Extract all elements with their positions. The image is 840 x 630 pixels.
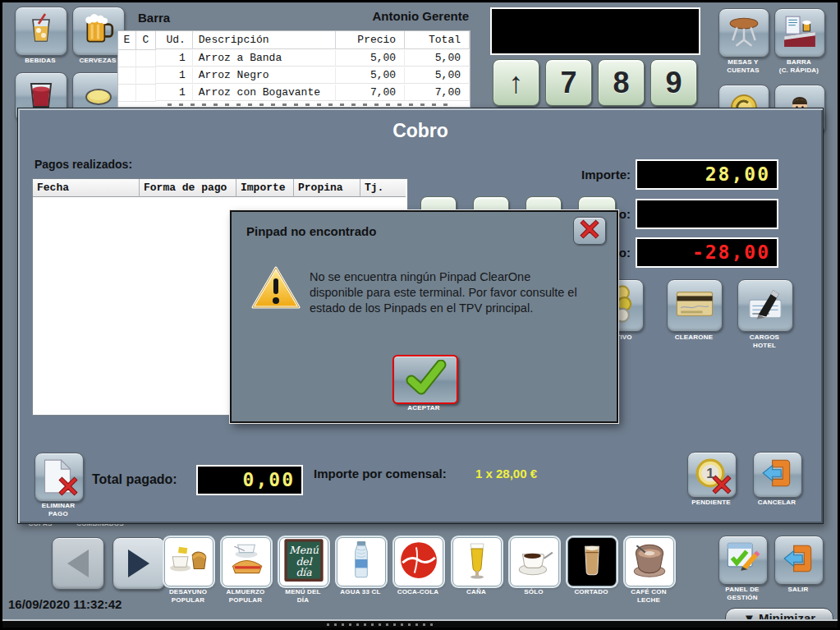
beer-mug-icon [81, 12, 116, 50]
salir-label: SALIR [769, 586, 827, 594]
col-desc: Descripción [193, 31, 337, 49]
water-bottle-icon [341, 540, 382, 584]
pago-cargos-hotel-button[interactable] [737, 279, 793, 332]
svg-text:día: día [296, 567, 312, 578]
col-ud: Ud. [156, 31, 193, 49]
menu-board-icon: Menúdeldía [282, 538, 326, 586]
col-importe: Importe [236, 179, 294, 197]
table-icon [727, 14, 761, 52]
pending-coin-icon: 1 [695, 458, 729, 492]
credit-card-icon [675, 286, 714, 325]
col-total: Total [405, 31, 470, 49]
product-cana-button[interactable] [452, 537, 502, 586]
pinpad-dialog-title: Pinpad no encontrado [246, 224, 376, 238]
keypad-up-button[interactable]: ↑ [493, 59, 539, 106]
pos-screen: BEBIDAS CERVEZAS Barra Antonio Gerente E… [0, 0, 840, 630]
user-name: Antonio Gerente [346, 9, 469, 23]
keypad-8-button[interactable]: 8 [598, 59, 645, 106]
page-next-button[interactable] [112, 537, 165, 590]
cobro-title: Cobro [18, 120, 823, 142]
product-agua-button[interactable] [337, 537, 386, 586]
arrow-left-icon [67, 550, 89, 577]
col-c: C [136, 31, 156, 50]
panel-gestion-button[interactable] [718, 536, 768, 585]
cancelar-button[interactable] [753, 452, 802, 498]
product-agua-label: AGUA 33 CL [332, 588, 389, 596]
pinpad-message: No se encuentra ningún Pinpad ClearOne d… [310, 269, 595, 316]
cancelar-label: CANCELAR [737, 499, 817, 507]
comensal-value: 1 x 28,00 € [475, 467, 537, 481]
arrow-right-icon [128, 550, 149, 577]
pago-clearone-button[interactable] [667, 279, 723, 332]
payments-label: Pagos realizados: [34, 158, 132, 171]
product-cana-label: CAÑA [448, 588, 505, 596]
bar-counter-icon [783, 14, 817, 52]
pago-cargos-hotel-label: CARGOSHOTEL [721, 333, 808, 350]
pendiente-button[interactable]: 1 [687, 452, 737, 498]
cortado-glass-icon [571, 540, 613, 584]
panel-gestion-label: PANEL DEGESTIÓN [714, 586, 771, 602]
category-bebidas-button[interactable] [15, 7, 67, 56]
importe-value: 28,00 [636, 159, 778, 190]
warning-icon [250, 264, 302, 315]
eliminar-pago-button[interactable] [34, 453, 84, 502]
col-fecha: Fecha [33, 179, 140, 197]
product-cortado-button[interactable] [567, 537, 617, 586]
keypad-9-button[interactable]: 9 [650, 59, 697, 106]
cola-logo-icon [398, 540, 439, 584]
product-menu-dia-label: MENÚ DELDÍA [274, 588, 332, 605]
mesas-cuentas-button[interactable] [718, 8, 769, 57]
management-panel-icon [725, 540, 761, 580]
barra-rapida-label: BARRA (C. RÁPIDA) [766, 58, 832, 75]
product-cocacola-button[interactable] [394, 537, 443, 586]
lunch-icon [226, 540, 267, 584]
total-pagado-label: Total pagado: [92, 472, 177, 487]
order-row[interactable]: 1 Arroz a Banda 5,00 5,00 [118, 50, 470, 67]
delete-payment-icon [43, 459, 76, 495]
product-desayuno-label: DESAYUNOPOPULAR [159, 588, 217, 605]
order-row[interactable]: 1 Arroz con Bogavante 7,00 7,00 [118, 85, 470, 102]
location-title: Barra [138, 11, 170, 25]
pinpad-error-dialog: Pinpad no encontrado No se encuentra nin… [230, 210, 618, 423]
svg-text:Menú: Menú [289, 545, 319, 556]
breakfast-icon [168, 540, 209, 584]
col-e: E [118, 31, 136, 50]
payments-table-header: Fecha Forma de pago Importe Propina Tj. [33, 179, 407, 197]
product-cafeconleche-button[interactable] [625, 537, 674, 586]
product-solo-button[interactable] [510, 537, 559, 586]
iced-drink-icon [25, 12, 57, 50]
product-almuerzo-label: ALMUERZOPOPULAR [217, 588, 274, 605]
product-menu-dia-button[interactable]: Menúdeldía [279, 537, 328, 586]
total-pagado-value: 0,00 [196, 465, 303, 495]
col-precio: Precio [336, 31, 405, 49]
page-prev-button[interactable] [52, 537, 104, 590]
product-cortado-label: CORTADO [562, 588, 620, 596]
product-solo-label: SÓLO [505, 588, 562, 596]
svg-text:del: del [296, 556, 312, 568]
order-table-header: E C Ud. Descripción Precio Total [118, 31, 470, 50]
product-almuerzo-button[interactable] [222, 537, 271, 586]
col-tj: Tj. [360, 179, 406, 197]
product-cafeconleche-label: CAFÉ CONLECHE [620, 588, 677, 605]
clipped-row-artifact [168, 103, 455, 106]
salir-button[interactable] [774, 536, 824, 585]
pen-check-icon [746, 284, 785, 327]
espresso-icon [514, 540, 555, 584]
order-row[interactable]: 1 Arroz Negro 5,00 5,00 [118, 67, 470, 85]
col-forma-pago: Forma de pago [140, 179, 236, 197]
cancel-exit-icon [760, 456, 795, 494]
cambio-value: -28,00 [636, 237, 778, 268]
product-desayuno-button[interactable] [164, 537, 213, 586]
datetime-label: 16/09/2020 11:32:42 [8, 597, 122, 611]
keypad-7-button[interactable]: 7 [545, 59, 592, 106]
pagado-value [636, 199, 778, 229]
close-icon [579, 218, 600, 243]
barra-rapida-button[interactable] [774, 8, 825, 57]
aceptar-button[interactable] [392, 355, 458, 404]
aceptar-label: ACEPTAR [374, 404, 473, 412]
comensal-label: Importe por comensal: [314, 467, 447, 481]
arrow-up-icon: ↑ [509, 66, 524, 100]
pinpad-close-button[interactable] [573, 217, 606, 245]
product-cocacola-label: COCA-COLA [389, 588, 447, 596]
clipped-text-artifact [327, 623, 434, 626]
